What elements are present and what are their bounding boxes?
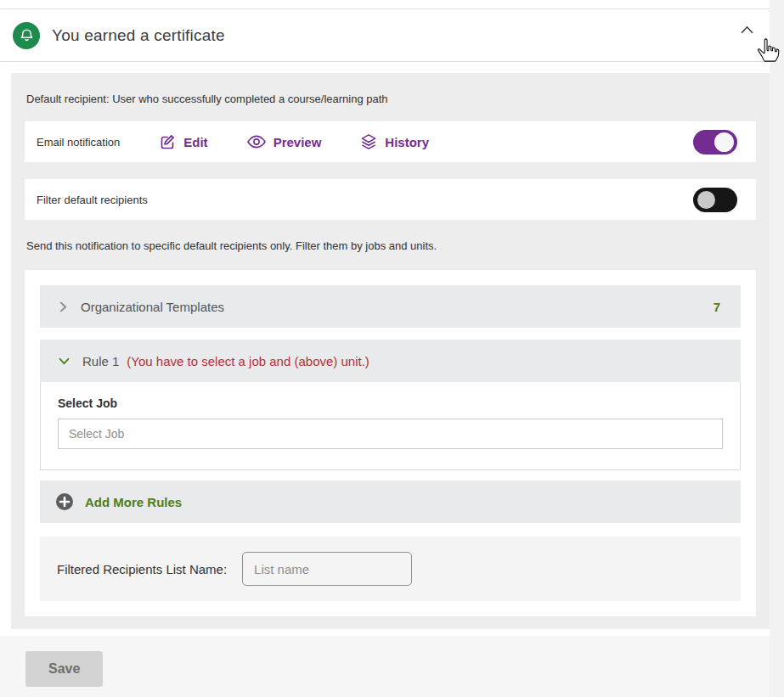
select-job-label: Select Job <box>58 396 723 410</box>
footer: Save <box>0 636 770 697</box>
email-actions: Edit Preview History <box>159 133 429 150</box>
history-label: History <box>385 135 429 149</box>
chevron-down-icon <box>59 357 70 366</box>
rule-1-warning: (You have to select a job and (above) un… <box>127 354 369 368</box>
notification-header: You earned a certificate <box>0 8 770 62</box>
email-notification-row: Email notification Edit Preview <box>25 121 756 162</box>
preview-label: Preview <box>274 135 322 149</box>
hand-pointer-cursor <box>755 37 781 66</box>
plus-circle-icon <box>55 492 74 511</box>
save-button[interactable]: Save <box>25 651 103 687</box>
edit-button[interactable]: Edit <box>159 133 207 150</box>
chevron-right-icon <box>59 301 68 312</box>
page-gutter <box>770 0 784 697</box>
email-notification-toggle[interactable] <box>693 130 737 155</box>
organizational-templates-label: Organizational Templates <box>81 300 224 314</box>
edit-label: Edit <box>183 135 207 149</box>
row-gap <box>25 162 756 179</box>
eye-icon <box>247 135 266 149</box>
select-job-input[interactable] <box>58 419 723 449</box>
notification-settings-panel: Default recipient: User who successfully… <box>11 73 770 629</box>
chevron-up-icon <box>740 25 754 35</box>
default-recipient-text: Default recipient: User who successfully… <box>25 85 756 121</box>
organizational-templates-accordion[interactable]: Organizational Templates 7 <box>40 285 741 328</box>
page-title: You earned a certificate <box>52 26 225 45</box>
filter-recipients-row: Filter default recipients <box>25 179 756 220</box>
history-button[interactable]: History <box>360 133 429 150</box>
rule-1-accordion[interactable]: Rule 1 (You have to select a job and (ab… <box>40 340 741 382</box>
filter-recipients-toggle[interactable] <box>693 188 737 212</box>
filter-hint-text: Send this notification to specific defau… <box>25 220 756 270</box>
toggle-knob <box>697 191 715 209</box>
filtered-list-label: Filtered Recipients List Name: <box>57 562 227 576</box>
filtered-list-row: Filtered Recipients List Name: <box>40 537 741 601</box>
filter-recipients-label: Filter default recipients <box>37 194 148 206</box>
rule-1-label: Rule 1 <box>82 354 119 368</box>
rule-1-body: Select Job <box>40 382 741 470</box>
layers-icon <box>360 133 377 150</box>
bell-icon <box>13 22 40 49</box>
add-more-rules-label: Add More Rules <box>85 495 182 509</box>
rules-card: Organizational Templates 7 Rule 1 (You h… <box>25 270 756 616</box>
email-notification-label: Email notification <box>37 136 120 149</box>
preview-button[interactable]: Preview <box>247 135 322 149</box>
list-name-input[interactable] <box>242 552 412 586</box>
templates-count-badge: 7 <box>713 300 720 314</box>
add-more-rules-button[interactable]: Add More Rules <box>40 481 741 523</box>
edit-pencil-icon <box>159 133 176 150</box>
toggle-knob <box>714 132 734 152</box>
